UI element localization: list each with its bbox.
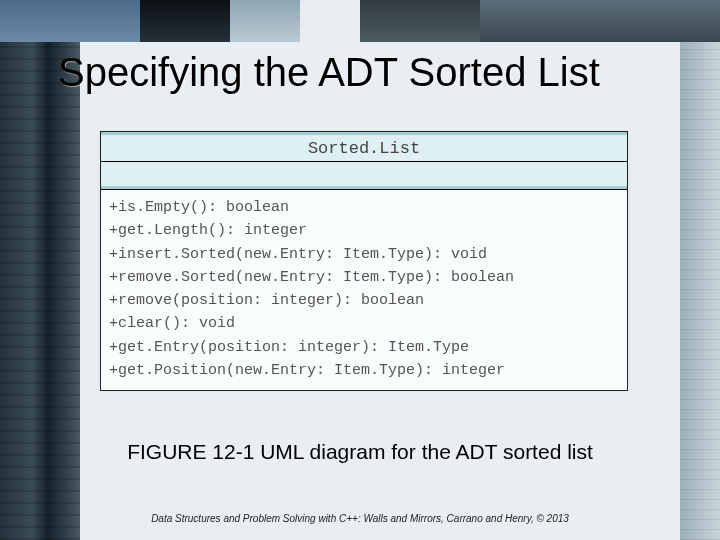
- slide-heading: Specifying the ADT Sorted List: [58, 50, 680, 95]
- copyright-footer: Data Structures and Problem Solving with…: [0, 513, 720, 524]
- uml-method: +remove.Sorted(new.Entry: Item.Type): bo…: [109, 266, 619, 289]
- uml-method: +get.Position(new.Entry: Item.Type): int…: [109, 359, 619, 382]
- uml-method: +remove(position: integer): boolean: [109, 289, 619, 312]
- uml-method: +is.Empty(): boolean: [109, 196, 619, 219]
- uml-method: +insert.Sorted(new.Entry: Item.Type): vo…: [109, 243, 619, 266]
- uml-method: +get.Length(): integer: [109, 219, 619, 242]
- uml-method: +clear(): void: [109, 312, 619, 335]
- uml-attributes-section: [101, 161, 627, 189]
- background-left-building: [0, 42, 80, 540]
- uml-class-diagram: Sorted.List +is.Empty(): boolean +get.Le…: [100, 131, 628, 391]
- background-right-building: [680, 42, 720, 540]
- figure-caption: FIGURE 12-1 UML diagram for the ADT sort…: [0, 440, 720, 464]
- uml-class-name: Sorted.List: [101, 132, 627, 161]
- slide: Specifying the ADT Sorted List Sorted.Li…: [0, 0, 720, 540]
- uml-methods-section: +is.Empty(): boolean +get.Length(): inte…: [101, 189, 627, 390]
- background-top-strip: [0, 0, 720, 42]
- uml-method: +get.Entry(position: integer): Item.Type: [109, 336, 619, 359]
